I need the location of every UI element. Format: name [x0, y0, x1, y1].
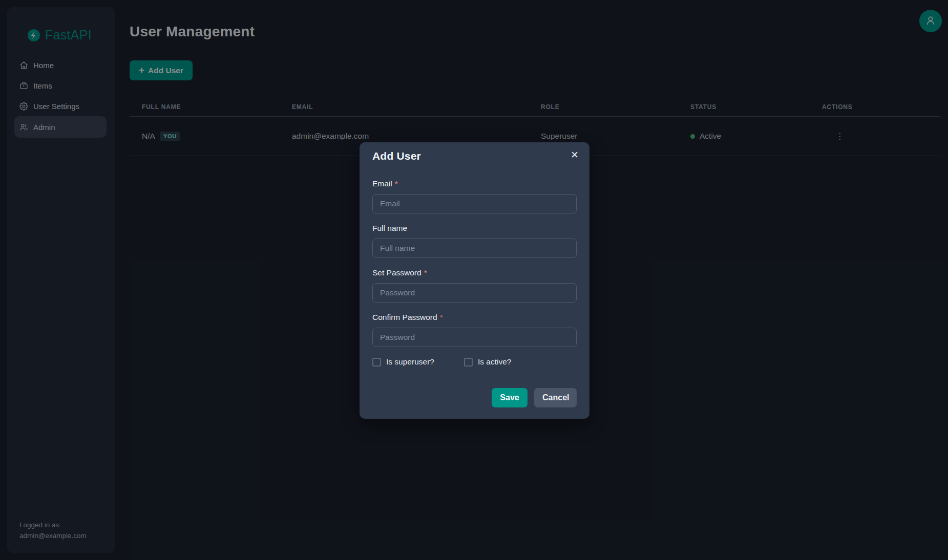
add-user-modal: Add User ✕ Email * Full name — [360, 142, 589, 419]
cancel-button[interactable]: Cancel — [534, 388, 577, 407]
email-input[interactable] — [372, 194, 577, 213]
required-asterisk: * — [395, 179, 398, 188]
required-asterisk: * — [440, 313, 443, 322]
email-label: Email — [372, 179, 392, 188]
is-superuser-checkbox-item: Is superuser? — [372, 357, 434, 367]
fullname-label: Full name — [372, 224, 407, 233]
email-field-group: Email * — [372, 179, 577, 213]
fullname-input[interactable] — [372, 239, 577, 258]
modal-header: Add User ✕ — [360, 142, 589, 162]
is-active-label: Is active? — [478, 357, 511, 367]
confirm-password-field-group: Confirm Password * — [372, 313, 577, 347]
set-password-label: Set Password — [372, 268, 422, 277]
confirm-password-label: Confirm Password — [372, 313, 437, 322]
required-asterisk: * — [424, 268, 427, 277]
close-icon: ✕ — [571, 149, 579, 161]
modal-footer: Save Cancel — [360, 367, 589, 411]
is-superuser-label: Is superuser? — [386, 357, 434, 367]
is-active-checkbox[interactable] — [464, 358, 473, 367]
confirm-password-input[interactable] — [372, 328, 577, 347]
password-field-group: Set Password * — [372, 268, 577, 303]
app-root: FastAPI Home Items User Settings — [0, 0, 948, 560]
modal-title: Add User — [372, 150, 577, 162]
save-button[interactable]: Save — [492, 388, 528, 407]
modal-body: Email * Full name Set Password * — [360, 162, 589, 367]
modal-checkbox-row: Is superuser? Is active? — [372, 357, 577, 367]
close-button[interactable]: ✕ — [566, 146, 583, 163]
password-input[interactable] — [372, 283, 577, 303]
fullname-field-group: Full name — [372, 224, 577, 258]
is-superuser-checkbox[interactable] — [372, 358, 381, 367]
is-active-checkbox-item: Is active? — [464, 357, 511, 367]
